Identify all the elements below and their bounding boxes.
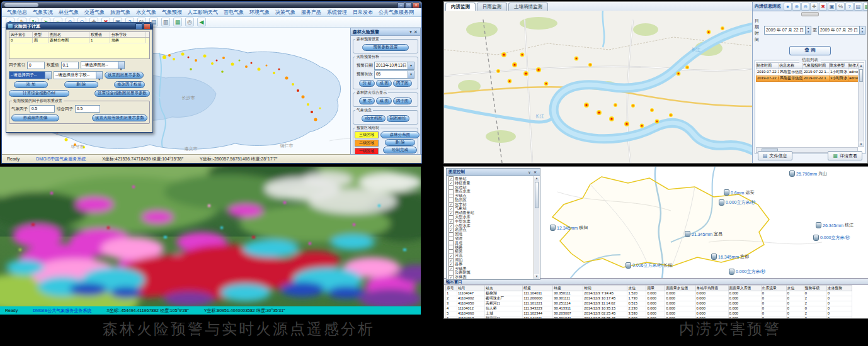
info-table[interactable]: 制作时间 信息名称 气象预报时间 降水类型 制作人 2019-07-22 1..… [756,62,860,82]
scroll-thumb[interactable] [859,69,863,82]
menu-item[interactable]: 系统管理 [327,9,347,16]
make-map-button[interactable]: 成 图 [376,80,392,87]
table-row[interactable]: 111104047杨柳湖111.10401130.3501112014/12/3… [446,291,852,296]
factor-map-button[interactable]: 因子图 [393,98,412,104]
vertical-scrollbar[interactable]: ▲▼ [534,176,539,279]
weight-field[interactable]: 0.1 [61,62,79,69]
stop-icon[interactable]: ✖ [819,3,827,11]
factor-table[interactable]: 因子索引 类型 图层名 权重值 分析字段 0 面 森林分布图 1 地类 [9,31,150,59]
chevron-down-icon[interactable] [45,72,51,79]
close-icon[interactable]: ✕ [413,30,418,35]
calc-grid-button[interactable]: 计算综合指数Grid [9,90,69,97]
map-icon[interactable]: ▦ [173,18,182,26]
finish-draw-button[interactable]: 绘制完成 [383,147,417,153]
table-row[interactable]: 411104012仙人桥111.34322330.4133112014/12/3… [446,306,852,311]
station-icon[interactable] [724,189,729,196]
pin-icon[interactable]: ▾ [408,30,413,35]
chevron-down-icon[interactable] [408,62,414,69]
station-icon[interactable] [719,199,724,206]
col-header[interactable]: 水位 [786,286,804,291]
show-button[interactable]: 显 示 [359,98,375,104]
table-row[interactable]: 241104002夜明珠水厂111.20000030.3011112014/12… [446,296,852,301]
station-icon[interactable] [625,262,631,269]
scroll-down-icon[interactable]: ▼ [859,142,864,147]
factor-map-button[interactable]: 因子图 [393,80,412,87]
legend-icon[interactable]: ▥ [161,18,170,26]
plot-button[interactable]: 制图标绘 [387,115,409,122]
menu-item[interactable]: 日常发布 [353,9,373,16]
station-icon[interactable] [789,170,795,177]
station-icon[interactable] [816,222,821,228]
add-button[interactable]: 添 加 [14,81,48,88]
layer-checkbox[interactable]: ✓ [448,275,454,279]
minimize-icon[interactable] [135,23,142,30]
col-header[interactable]: 面雨量水位值 [665,286,695,291]
delete-button[interactable]: 删 除 [385,139,415,146]
menu-item[interactable]: 气象实况 [33,9,53,16]
station-data-table[interactable]: 序号 站号 站名 经度 纬度 时间 水位 雨量 面雨量水位值 单站平均降雨 面雨… [445,285,852,319]
meteo-factor-field[interactable]: 0.5 [30,105,55,113]
col-header[interactable]: 纬度 [553,286,583,291]
station-marker[interactable]: 0.6mm远安 [724,189,754,196]
menu-item[interactable]: 旅游气象 [110,9,130,16]
station-marker[interactable]: 21.345mm宜昌 [685,231,722,237]
date-to-picker[interactable]: 2009 年 07 月 29 日 ▲▼ [818,26,865,35]
collapse-icon[interactable]: ∨ [527,170,532,174]
window-control-button[interactable]: ─ [397,3,404,8]
query-button[interactable]: 查 询 [789,46,831,55]
close-icon[interactable]: ✕ [532,170,538,174]
tab-daily-rain[interactable]: 日雨监测 [477,3,507,11]
window-titlebar[interactable]: ─□✕ [2,2,421,8]
warning-date-select[interactable]: 2013年10月13日 [374,62,414,70]
set-layer-params-button[interactable]: 设置图层显示参数 [105,72,144,79]
analyze-button[interactable]: 分 析 [359,80,375,87]
station-marker[interactable]: 25.798mm兴山 [789,170,827,177]
xls-doc-button[interactable]: xls文档图 [362,115,385,122]
menu-item[interactable]: 决策气象 [275,9,295,16]
tab-soil-moisture[interactable]: 土壤墒情监测 [508,3,548,11]
set-index-params-button[interactable]: 设置综合指数图层显示参数 [94,90,150,97]
menu-item[interactable]: 公共气象服务网 [379,9,414,16]
col-header[interactable]: 水位 [627,286,646,291]
image-icon[interactable]: ▦ [863,3,868,11]
station-marker[interactable]: 0.000立方米/秒 [719,199,755,206]
zoom-in-icon[interactable]: ⊕ [792,3,801,11]
detail-view-button[interactable]: ▦详情查看 [828,151,862,160]
search-icon[interactable]: ◎ [185,18,194,26]
date-spinner[interactable]: ▲▼ [805,26,811,34]
menu-item[interactable]: 交通气象 [84,9,105,16]
col-header[interactable]: 出库流量 [761,286,786,291]
scale-icon[interactable]: ℅ [837,3,845,11]
layer-select[interactable]: --请选择图层-- [81,61,125,69]
help-icon[interactable]: ? [845,3,854,11]
splitter-handle[interactable] [753,11,867,16]
chevron-down-icon[interactable] [96,72,102,79]
col-header[interactable]: 序号 [446,286,457,291]
col-header[interactable]: 单站平均降雨 [695,286,728,291]
modify-weight-button[interactable]: 修改因子权值 [114,81,145,88]
factor-select[interactable]: --请选择因子-- [9,71,52,79]
table-row[interactable]: 2019-07-22 1... 风险提示信息... 2019-07-22 1..… [757,69,860,75]
make-map-button[interactable]: 成 图 [376,98,392,104]
menu-item[interactable]: 服务产品 [301,9,321,16]
warning-params-button[interactable]: 预警参数设置 [362,44,409,51]
zoom-out-icon[interactable]: ⊖ [801,3,809,11]
layers-icon[interactable]: ▤ [854,3,862,11]
chevron-down-icon[interactable] [118,62,124,69]
scroll-up-icon[interactable]: ▲ [534,176,539,181]
station-marker[interactable]: 0.000立方米/秒 [729,269,765,275]
menu-item[interactable]: 雷电气象 [224,9,244,16]
date-from-picker[interactable]: 2009 年 07 月 22 日 ▲▼ [764,26,811,35]
col-header[interactable]: 水体预警 [826,286,852,291]
satellite-image-canvas[interactable] [0,167,421,306]
station-marker[interactable]: 26.345mm枝江 [816,222,854,228]
warning-level-chip[interactable]: 二级区域 [355,140,379,147]
station-icon[interactable] [729,269,734,275]
back-icon[interactable]: ◀ [197,18,206,26]
date-spinner[interactable]: ▲▼ [859,26,865,34]
station-marker[interactable]: 12.345mm秭归 [550,225,588,231]
globe-icon[interactable]: ● [784,3,792,11]
station-marker[interactable]: 16.345mm宜都 [711,254,749,260]
file-info-button[interactable]: ▤文件信息 [758,151,792,160]
menu-item[interactable]: 水文气象 [136,9,156,16]
